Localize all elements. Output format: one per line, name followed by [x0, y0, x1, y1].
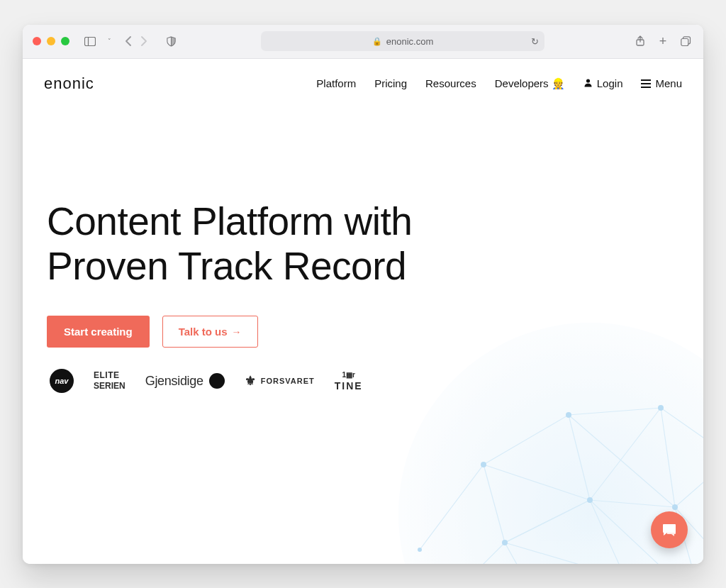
- window-maximize-button[interactable]: [61, 37, 69, 45]
- cta-row: Start creating Talk to us →: [47, 316, 679, 348]
- nav-pricing[interactable]: Pricing: [374, 77, 407, 89]
- page-content: enonic Platform Pricing Resources Develo…: [23, 59, 703, 564]
- svg-rect-0: [85, 37, 96, 45]
- window-minimize-button[interactable]: [47, 37, 55, 45]
- svg-point-5: [586, 79, 590, 82]
- client-logo-tine: 1▦r TINE: [335, 371, 363, 392]
- chat-icon: [661, 521, 678, 538]
- refresh-icon[interactable]: ↻: [531, 36, 539, 47]
- nav-login-label: Login: [597, 77, 623, 89]
- chevron-down-icon[interactable]: ˅: [105, 33, 113, 49]
- nav-menu[interactable]: Menu: [641, 77, 682, 89]
- svg-point-19: [418, 548, 422, 552]
- lock-icon: 🔒: [372, 37, 382, 46]
- svg-point-7: [481, 462, 486, 467]
- client-logo-gjensidige: Gjensidige: [145, 373, 225, 389]
- back-button[interactable]: [121, 33, 136, 49]
- address-bar-host: enonic.com: [386, 36, 433, 47]
- svg-point-8: [566, 412, 571, 418]
- start-creating-button[interactable]: Start creating: [47, 316, 150, 348]
- tine-crown-icon: 1▦r: [342, 371, 355, 379]
- hero-title: Content Platform with Proven Track Recor…: [47, 199, 586, 289]
- address-bar[interactable]: 🔒 enonic.com ↻: [261, 31, 544, 51]
- browser-window: ˅ 🔒 enonic.com ↻ +: [23, 25, 703, 564]
- privacy-shield-icon[interactable]: [163, 33, 179, 49]
- nav-platform[interactable]: Platform: [316, 77, 356, 89]
- forward-button[interactable]: [136, 33, 152, 49]
- client-logo-nav: nav: [50, 369, 74, 393]
- client-logo-eliteserien: ELITE SERIEN: [94, 372, 125, 390]
- forsvaret-mark-icon: ⚜: [245, 373, 257, 389]
- traffic-lights: [33, 37, 69, 45]
- nav-developers[interactable]: Developers 👷: [495, 77, 565, 90]
- new-tab-icon[interactable]: +: [655, 33, 671, 49]
- hero: Content Platform with Proven Track Recor…: [23, 100, 703, 394]
- svg-point-13: [672, 504, 678, 510]
- tabs-overview-icon[interactable]: [678, 33, 693, 49]
- arrow-right-icon: →: [232, 326, 242, 338]
- window-close-button[interactable]: [33, 37, 41, 45]
- chat-widget-button[interactable]: [651, 511, 688, 548]
- svg-point-9: [658, 405, 664, 411]
- site-logo[interactable]: enonic: [44, 74, 94, 93]
- nav-login[interactable]: Login: [583, 77, 623, 89]
- browser-chrome: ˅ 🔒 enonic.com ↻ +: [23, 25, 703, 59]
- person-icon: [583, 78, 593, 89]
- svg-rect-4: [681, 38, 688, 45]
- primary-nav: Platform Pricing Resources Developers 👷 …: [316, 77, 682, 90]
- share-icon[interactable]: [632, 33, 648, 49]
- svg-point-12: [587, 497, 593, 503]
- gjensidige-mark-icon: [209, 373, 225, 389]
- sidebar-toggle-icon[interactable]: [82, 33, 98, 49]
- talk-to-us-label: Talk to us: [179, 326, 228, 338]
- client-logos: nav ELITE SERIEN Gjensidige ⚜ FORSVARET …: [47, 369, 679, 393]
- nav-resources[interactable]: Resources: [425, 77, 476, 89]
- svg-point-11: [502, 540, 508, 545]
- hamburger-icon: [641, 79, 651, 88]
- client-logo-forsvaret: ⚜ FORSVARET: [245, 373, 315, 389]
- talk-to-us-button[interactable]: Talk to us →: [162, 316, 258, 348]
- site-header: enonic Platform Pricing Resources Develo…: [23, 59, 703, 100]
- nav-menu-label: Menu: [655, 77, 682, 89]
